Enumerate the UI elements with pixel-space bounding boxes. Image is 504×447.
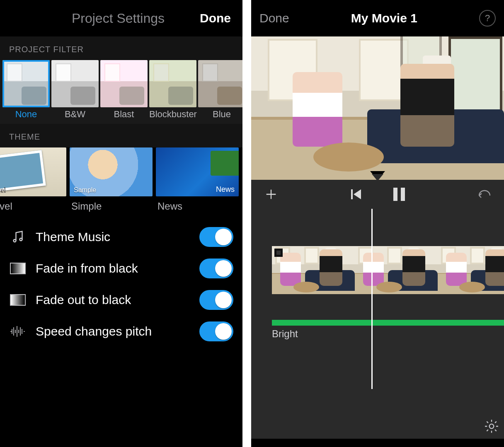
timeline[interactable]: Bright (251, 209, 504, 439)
filter-thumb (2, 60, 50, 107)
toggle-label: Fade out to black (36, 293, 190, 307)
theme-thumb: News (156, 147, 239, 196)
done-button[interactable]: Done (259, 11, 289, 25)
pause-button[interactable] (390, 185, 408, 203)
filter-thumb (51, 60, 99, 107)
toggle-theme-music: Theme Music (9, 227, 233, 247)
svg-point-0 (14, 239, 16, 242)
toggle-list: Theme Music Fade in from black Fade out … (0, 215, 242, 341)
waveform-icon (9, 323, 27, 340)
skip-back-icon (351, 189, 361, 199)
right-header: Done My Movie 1 ? (251, 0, 504, 36)
theme-caption: Travel (0, 186, 6, 195)
filter-label: Blue (198, 109, 242, 120)
toggle-label: Theme Music (36, 230, 190, 244)
audio-track-label: Bright (272, 328, 298, 340)
toggle-label: Fade in from black (36, 261, 190, 275)
done-button[interactable]: Done (200, 11, 231, 25)
theme-travel[interactable]: Travel Travel (0, 147, 66, 212)
filter-list[interactable]: None B&W Blast Blockbuster Blue (0, 60, 242, 124)
clip-thumb[interactable] (438, 246, 504, 294)
preview-frame (251, 36, 504, 180)
clip-marker-icon (274, 249, 283, 257)
filter-label: Blast (100, 109, 148, 120)
page-title: Project Settings (36, 11, 200, 26)
toggle-label: Speed changes pitch (36, 324, 190, 338)
filter-thumb (149, 60, 196, 107)
preview-viewer[interactable] (251, 36, 504, 180)
theme-simple[interactable]: Sample Simple (70, 147, 153, 212)
filter-blue[interactable]: Blue (198, 60, 242, 120)
help-icon: ? (485, 13, 490, 24)
filter-label: B&W (51, 109, 99, 120)
svg-point-1 (20, 238, 22, 241)
svg-point-2 (489, 424, 494, 429)
filter-thumb (100, 60, 148, 107)
undo-button[interactable] (475, 185, 493, 203)
music-icon (9, 228, 27, 246)
pause-icon (393, 188, 405, 201)
theme-caption: News (216, 185, 235, 194)
theme-list[interactable]: Travel Travel Sample Simple News News (0, 147, 242, 215)
theme-label: News (156, 201, 239, 212)
fade-in-icon (9, 260, 27, 277)
project-settings-button[interactable] (483, 418, 500, 435)
filter-bw[interactable]: B&W (51, 60, 99, 120)
theme-news[interactable]: News News (156, 147, 239, 212)
filter-none[interactable]: None (2, 60, 50, 120)
theme-section-label: THEME (0, 124, 242, 147)
help-button[interactable]: ? (479, 10, 496, 27)
editor-pane: Done My Movie 1 ? (251, 0, 504, 447)
project-title: My Movie 1 (289, 11, 479, 25)
theme-thumb: Sample (70, 147, 153, 196)
filter-section-label: PROJECT FILTER (0, 36, 242, 60)
undo-icon (477, 188, 492, 201)
playhead[interactable] (371, 209, 373, 389)
theme-caption: Sample (74, 186, 96, 194)
switch-fade-out[interactable] (199, 290, 233, 310)
clip-track[interactable] (272, 246, 504, 294)
switch-fade-in[interactable] (199, 259, 233, 278)
switch-theme-music[interactable] (199, 227, 233, 247)
skip-back-button[interactable] (347, 185, 365, 203)
project-settings-pane: Project Settings Done PROJECT FILTER Non… (0, 0, 242, 447)
toggle-fade-out: Fade out to black (9, 290, 233, 310)
theme-thumb: Travel (0, 147, 66, 196)
theme-label: Travel (0, 201, 66, 212)
filter-blockbuster[interactable]: Blockbuster (149, 60, 196, 120)
transport-bar (251, 180, 504, 209)
left-header: Project Settings Done (0, 0, 242, 36)
switch-speed-pitch[interactable] (199, 321, 233, 341)
gear-icon (483, 418, 500, 435)
toggle-fade-in: Fade in from black (9, 259, 233, 278)
fade-out-icon (9, 291, 27, 309)
clip-thumb[interactable] (272, 246, 355, 294)
filter-blast[interactable]: Blast (100, 60, 148, 120)
add-media-button[interactable] (262, 185, 280, 203)
clip-thumb[interactable] (355, 246, 438, 294)
filter-label: Blockbuster (149, 109, 196, 120)
filter-thumb (198, 60, 242, 107)
theme-label: Simple (70, 201, 153, 212)
audio-track[interactable] (272, 320, 504, 326)
toggle-speed-pitch: Speed changes pitch (9, 321, 233, 341)
filter-label: None (2, 109, 50, 120)
